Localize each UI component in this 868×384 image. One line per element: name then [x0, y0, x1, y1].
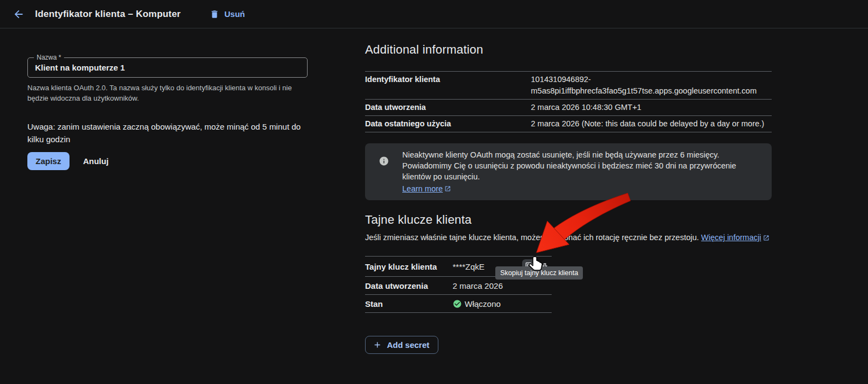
name-input[interactable]: [28, 58, 307, 77]
table-row: Identyfikator klienta 1014310946892-m5as…: [365, 71, 772, 99]
banner-text: Nieaktywne klienty OAuth mogą zostać usu…: [402, 150, 736, 181]
form-actions: Zapisz Anuluj: [27, 152, 308, 170]
row-label: Data utworzenia: [365, 281, 453, 290]
page-title: Identyfikator klienta – Komputer: [35, 9, 181, 20]
client-id-value: 1014310946892-m5as8pi1iffbphrecfa3fao5g1…: [531, 74, 772, 97]
top-header: Identyfikator klienta – Komputer Usuń: [0, 0, 868, 28]
row-label: Tajny klucz klienta: [365, 262, 453, 271]
inactive-clients-info-banner: Nieaktywne klienty OAuth mogą zostać usu…: [365, 143, 772, 200]
table-row: Data ostatniego użycia 2 marca 2026 (Not…: [365, 115, 772, 132]
add-secret-label: Add secret: [387, 340, 430, 350]
more-info-link[interactable]: Więcej informacji: [701, 232, 769, 243]
add-secret-button[interactable]: Add secret: [365, 336, 438, 354]
row-label: Stan: [365, 299, 453, 309]
table-row: Data utworzenia 2 marca 2026 10:48:30 GM…: [365, 99, 772, 115]
client-secret-table: Tajny klucz klienta ****ZqkE Data utworz…: [365, 256, 552, 313]
client-edit-form: Nazwa * Nazwa klienta OAuth 2.0. Ta nazw…: [27, 28, 308, 170]
client-info-table: Identyfikator klienta 1014310946892-m5as…: [365, 71, 772, 132]
learn-more-label: Learn more: [402, 183, 443, 194]
info-icon: [365, 149, 402, 194]
propagation-notice: Uwaga: zanim ustawienia zaczną obowiązyw…: [27, 120, 319, 146]
delete-client-button[interactable]: Usuń: [210, 9, 245, 19]
open-in-new-icon: [444, 185, 451, 192]
client-secrets-description: Jeśli zmieniasz właśnie tajne klucze kli…: [365, 232, 772, 243]
name-field-wrapper: Nazwa *: [27, 57, 308, 78]
open-in-new-icon: [763, 235, 769, 241]
status-label: Włączono: [465, 299, 501, 309]
client-secrets-title: Tajne klucze klienta: [365, 213, 772, 227]
save-button[interactable]: Zapisz: [27, 152, 70, 170]
secret-status: Włączono: [453, 299, 501, 309]
plus-icon: [373, 340, 382, 350]
row-label: Data ostatniego użycia: [365, 118, 531, 130]
more-info-label: Więcej informacji: [701, 232, 761, 243]
client-secret-value: ****ZqkE: [453, 262, 484, 271]
name-helper-text: Nazwa klienta OAuth 2.0. Ta nazwa służy …: [27, 83, 302, 103]
additional-information-title: Additional information: [365, 43, 772, 57]
name-field-label: Nazwa *: [34, 54, 64, 61]
cancel-button[interactable]: Anuluj: [83, 156, 109, 166]
trash-icon: [210, 9, 219, 19]
row-label: Identyfikator klienta: [365, 74, 531, 97]
check-circle-icon: [453, 299, 462, 309]
secrets-description-text: Jeśli zmieniasz właśnie tajne klucze kli…: [365, 233, 701, 242]
arrow-back-icon: [13, 8, 25, 20]
back-button[interactable]: [11, 7, 26, 21]
last-used-date-value: 2 marca 2026 (Note: this data could be d…: [531, 118, 772, 130]
table-row: Stan Włączono: [365, 294, 552, 312]
additional-information-panel: Additional information Identyfikator kli…: [365, 28, 772, 354]
row-label: Data utworzenia: [365, 102, 531, 113]
delete-label: Usuń: [224, 9, 245, 19]
banner-body: Nieaktywne klienty OAuth mogą zostać usu…: [402, 149, 762, 194]
copy-secret-tooltip: Skopiuj tajny klucz klienta: [495, 266, 583, 280]
creation-date-value: 2 marca 2026 10:48:30 GMT+1: [531, 102, 772, 113]
secret-creation-date: 2 marca 2026: [453, 281, 503, 290]
learn-more-link[interactable]: Learn more: [402, 183, 451, 194]
